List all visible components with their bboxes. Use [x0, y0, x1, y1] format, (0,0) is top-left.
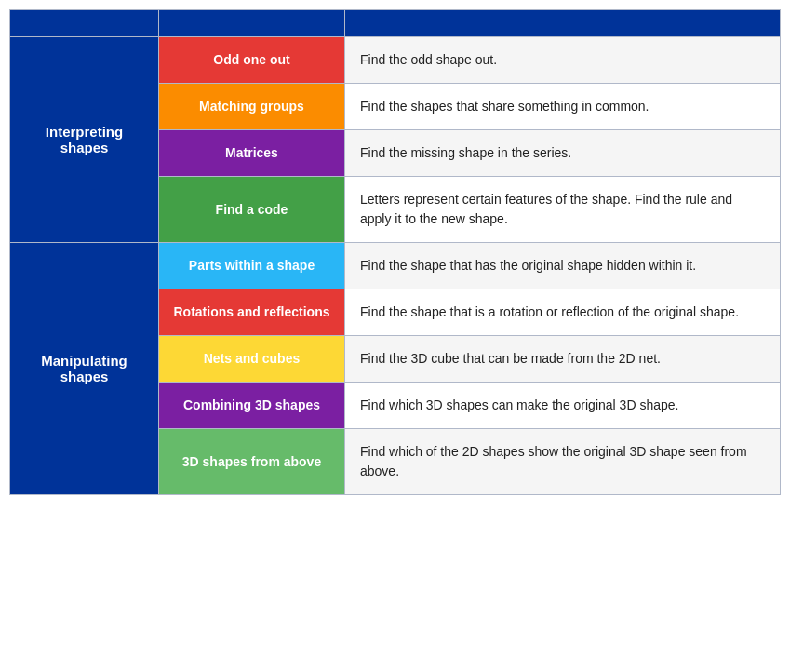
header-col2 [159, 10, 345, 37]
header-col1 [10, 10, 159, 37]
question-type-cell: Odd one out [159, 37, 345, 84]
question-type-cell: Matching groups [159, 84, 345, 130]
section-label-1: Manipulating shapes [10, 243, 159, 495]
section-label-0: Interpreting shapes [10, 37, 159, 243]
description-cell: Find the shape that has the original sha… [345, 243, 781, 289]
description-cell: Find the 3D cube that can be made from t… [345, 336, 781, 383]
question-type-cell: Nets and cubes [159, 336, 345, 383]
description-cell: Find which 3D shapes can make the origin… [345, 383, 781, 429]
question-type-cell: Find a code [159, 177, 345, 243]
description-cell: Letters represent certain features of th… [345, 177, 781, 243]
question-type-cell: Combining 3D shapes [159, 383, 345, 429]
description-cell: Find the odd shape out. [345, 37, 781, 84]
main-table: Interpreting shapesOdd one outFind the o… [9, 9, 781, 495]
header-col3 [345, 10, 781, 37]
question-type-cell: Rotations and reflections [159, 289, 345, 336]
description-cell: Find which of the 2D shapes show the ori… [345, 429, 781, 495]
question-type-cell: Parts within a shape [159, 243, 345, 289]
description-cell: Find the missing shape in the series. [345, 130, 781, 177]
description-cell: Find the shapes that share something in … [345, 84, 781, 130]
question-type-cell: Matrices [159, 130, 345, 177]
description-cell: Find the shape that is a rotation or ref… [345, 289, 781, 336]
question-type-cell: 3D shapes from above [159, 429, 345, 495]
